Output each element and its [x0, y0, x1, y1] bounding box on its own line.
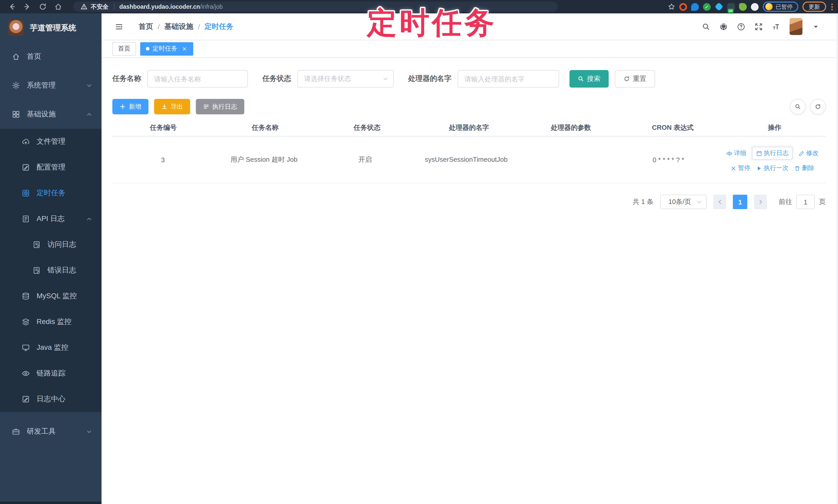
extension-icon-dark[interactable]: on: [727, 3, 735, 11]
tag-home[interactable]: 首页: [112, 42, 136, 55]
search-button[interactable]: 搜索: [570, 70, 609, 88]
sidebar-bottom-strip: [0, 502, 102, 504]
layers-icon: [22, 318, 30, 326]
help-icon[interactable]: [737, 22, 745, 31]
extension-icon-green-leaf[interactable]: [739, 3, 747, 11]
delete-link[interactable]: 删除: [794, 164, 814, 173]
cell-job-name: 用户 Session 超时 Job: [213, 137, 314, 183]
export-button[interactable]: 导出: [154, 99, 190, 114]
job-name-input[interactable]: [147, 70, 248, 88]
sidebar-item-scheduled-jobs[interactable]: 定时任务: [0, 180, 102, 206]
add-button[interactable]: 新增: [112, 99, 149, 114]
chevron-down-icon: [86, 83, 92, 89]
job-status-label: 任务状态: [262, 74, 291, 84]
breadcrumb-current: 定时任务: [205, 22, 233, 31]
prev-page-icon[interactable]: [713, 195, 726, 209]
refresh-icon[interactable]: [810, 99, 826, 114]
table-tools: [790, 99, 826, 114]
cell-job-id: 3: [112, 137, 213, 183]
breadcrumb-home[interactable]: 首页: [139, 22, 153, 31]
sidebar-item-trace[interactable]: 链路追踪: [0, 361, 102, 386]
job-status-select[interactable]: 请选择任务状态: [297, 70, 394, 88]
sidebar-item-mysql-monitor[interactable]: MySQL 监控: [0, 283, 102, 309]
header-actions: [702, 18, 819, 35]
chevron-down-icon[interactable]: [813, 23, 819, 30]
timer-icon: [22, 189, 30, 197]
database-icon: [22, 292, 30, 300]
edit-square-icon: [22, 163, 30, 172]
page-number-1[interactable]: 1: [733, 195, 747, 209]
pagination: 共 1 条 10条/页 1 前往: [112, 195, 826, 209]
goto-page: 前往 页: [779, 195, 826, 209]
emoji-face-icon: [765, 3, 772, 10]
run-once-link[interactable]: 执行一次: [756, 164, 788, 173]
user-avatar[interactable]: [789, 18, 802, 35]
extension-icon-white[interactable]: [751, 3, 758, 11]
search-icon[interactable]: [702, 22, 710, 31]
sidebar-item-dev-tools[interactable]: 研发工具: [0, 417, 102, 446]
address-divider: [114, 4, 114, 10]
browser-update-button[interactable]: 更新: [802, 2, 826, 12]
font-size-icon[interactable]: [772, 22, 780, 31]
table-row[interactable]: 3 用户 Session 超时 Job 开启 sysUserSessionTim…: [112, 137, 826, 183]
browser-reload-icon[interactable]: [39, 3, 47, 11]
browser-home-icon[interactable]: [54, 3, 63, 11]
document-edit-icon: [33, 240, 41, 249]
browser-back-icon[interactable]: [8, 3, 16, 11]
sidebar-item-error-log[interactable]: 错误日志: [0, 257, 102, 283]
extension-icon-blue-gem[interactable]: [715, 2, 723, 11]
row-execution-log-link[interactable]: 执行日志: [752, 147, 793, 160]
collapse-menu-icon[interactable]: [115, 22, 123, 31]
next-page-icon[interactable]: [754, 195, 767, 209]
sidebar-item-system-mgmt[interactable]: 系统管理: [0, 71, 102, 100]
browser-forward-icon[interactable]: [23, 3, 32, 11]
document-edit-icon: [33, 266, 41, 274]
active-tag-dot: [146, 47, 150, 51]
breadcrumb-infrastructure[interactable]: 基础设施: [164, 22, 193, 31]
page-size-select[interactable]: 10条/页: [660, 195, 706, 209]
sidebar-item-redis-monitor[interactable]: Redis 监控: [0, 309, 102, 335]
security-label: 不安全: [91, 3, 108, 11]
home-icon: [12, 53, 20, 61]
gear-icon: [12, 82, 20, 90]
github-icon[interactable]: [719, 22, 728, 31]
edit-link[interactable]: 修改: [798, 149, 818, 158]
cell-handler-params: [517, 137, 618, 183]
handler-name-input[interactable]: [458, 70, 559, 88]
sidebar-item-infrastructure[interactable]: 基础设施: [0, 100, 102, 129]
chevron-down-icon: [382, 76, 389, 82]
paused-extension-badge[interactable]: 已暂停: [763, 2, 798, 12]
sidebar-item-file-mgmt[interactable]: 文件管理: [0, 129, 102, 155]
sidebar-item-home[interactable]: 首页: [0, 42, 102, 71]
total-count: 共 1 条: [633, 197, 653, 206]
toggle-search-icon[interactable]: [790, 99, 805, 114]
reset-button[interactable]: 重置: [615, 70, 655, 88]
close-icon[interactable]: [181, 46, 188, 52]
pause-link[interactable]: 暂停: [730, 164, 750, 173]
briefcase-icon: [12, 428, 20, 436]
sidebar-item-log-center[interactable]: 日志中心: [0, 386, 102, 412]
tag-scheduled-jobs[interactable]: 定时任务: [140, 42, 193, 55]
page-unit-label: 页: [819, 197, 826, 206]
sidebar-item-config-mgmt[interactable]: 配置管理: [0, 155, 102, 180]
extension-icon-orange[interactable]: [679, 3, 687, 11]
sidebar-item-api-log[interactable]: API 日志: [0, 206, 102, 232]
extension-icon-blue-drop[interactable]: [691, 3, 699, 11]
goto-label: 前往: [779, 197, 792, 206]
cell-job-status: 开启: [315, 137, 416, 183]
browser-menu-icon[interactable]: [831, 3, 833, 10]
app-title: 芋道管理系统: [30, 23, 76, 33]
chevron-up-icon: [86, 216, 92, 222]
app-logo-row[interactable]: 芋道管理系统: [0, 13, 102, 42]
cell-operations: 详细 执行日志 修改: [719, 137, 826, 183]
bookmark-star-icon[interactable]: [668, 3, 675, 10]
fullscreen-icon[interactable]: [754, 22, 763, 31]
sidebar-item-access-log[interactable]: 访问日志: [0, 232, 102, 257]
goto-page-input[interactable]: [796, 195, 815, 209]
table-toolbar: 新增 导出 执行日志: [112, 99, 826, 114]
execution-log-button[interactable]: 执行日志: [196, 99, 244, 114]
detail-link[interactable]: 详细: [726, 149, 746, 158]
main-panel: 任务名称 任务状态 请选择任务状态 处理器的名字 搜索: [102, 58, 836, 504]
extension-icon-green-check[interactable]: ✓: [703, 3, 711, 11]
sidebar-item-java-monitor[interactable]: Java 监控: [0, 335, 102, 361]
